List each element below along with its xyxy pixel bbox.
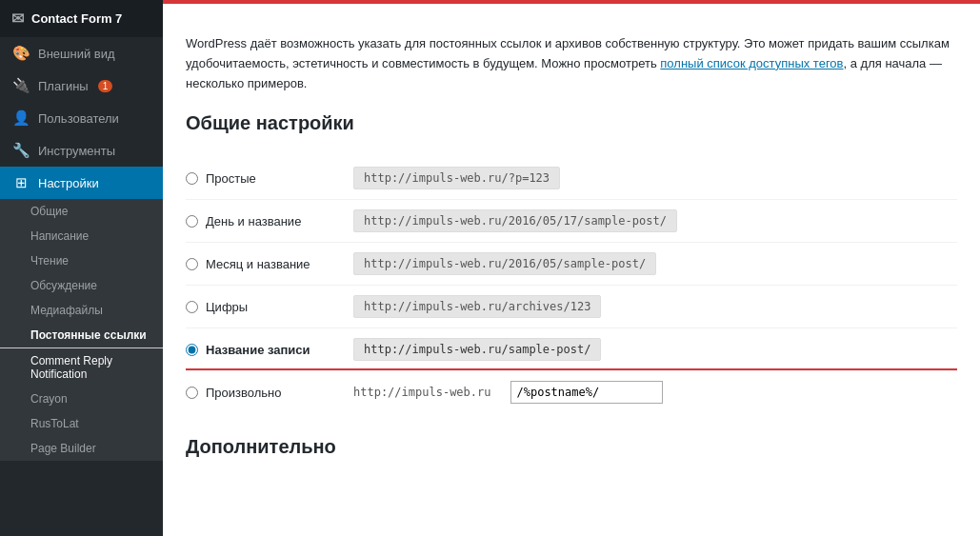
permalink-radio-day-name[interactable] xyxy=(186,215,198,228)
sidebar-item-plugins[interactable]: 🔌Плагины1 xyxy=(0,69,163,102)
main-content: WordPress даёт возможность указать для п… xyxy=(163,0,980,536)
plugins-icon: 🔌 xyxy=(11,77,30,94)
permalink-label-month-name[interactable]: Месяц и название xyxy=(186,257,338,271)
custom-permalink-label[interactable]: Произвольно xyxy=(186,386,338,400)
permalink-label-simple[interactable]: Простые xyxy=(186,171,338,186)
permalink-url-postname: http://impuls-web.ru/sample-post/ xyxy=(353,338,601,361)
sidebar-app-title: Contact Form 7 xyxy=(31,11,122,26)
intro-paragraph: WordPress даёт возможность указать для п… xyxy=(186,34,957,93)
sidebar-submenu-item-media[interactable]: Медиафайлы xyxy=(0,298,163,323)
permalink-options-list: Простыеhttp://impuls-web.ru/?p=123День и… xyxy=(186,157,957,371)
sidebar-menu: 🎨Внешний вид🔌Плагины1👤Пользователи🔧Инстр… xyxy=(0,37,163,461)
permalink-label-text-month-name: Месяц и название xyxy=(206,257,310,271)
sidebar-item-tools[interactable]: 🔧Инструменты xyxy=(0,134,163,167)
permalink-row-numeric: Цифрыhttp://impuls-web.ru/archives/123 xyxy=(186,286,957,328)
permalink-label-postname[interactable]: Название записи xyxy=(186,343,338,357)
permalink-label-text-simple: Простые xyxy=(206,171,256,186)
sidebar-submenu-item-general[interactable]: Общие xyxy=(0,199,163,224)
sidebar-header: ✉ Contact Form 7 xyxy=(0,0,163,37)
custom-permalink-row: Произвольно http://impuls-web.ru xyxy=(186,371,957,413)
sidebar-item-users[interactable]: 👤Пользователи xyxy=(0,102,163,134)
permalink-label-day-name[interactable]: День и название xyxy=(186,214,338,228)
section-title-general: Общие настройки xyxy=(186,112,957,138)
sidebar-submenu-item-writing[interactable]: Написание xyxy=(0,224,163,248)
sidebar-submenu-item-crayon[interactable]: Crayon xyxy=(0,387,163,411)
permalink-url-month-name: http://impuls-web.ru/2016/05/sample-post… xyxy=(353,252,656,275)
permalink-radio-postname[interactable] xyxy=(186,344,198,356)
intro-link[interactable]: полный список доступных тегов xyxy=(660,56,843,70)
appearance-icon: 🎨 xyxy=(11,45,30,62)
sidebar-label-plugins: Плагины xyxy=(38,79,89,93)
custom-url-input[interactable] xyxy=(510,381,663,404)
settings-icon: ⊞ xyxy=(11,174,30,191)
sidebar-submenu-item-discussion[interactable]: Обсуждение xyxy=(0,273,163,298)
users-icon: 👤 xyxy=(11,109,30,127)
permalink-url-day-name: http://impuls-web.ru/2016/05/17/sample-p… xyxy=(353,209,677,232)
sidebar-submenu-item-pagebuilder[interactable]: Page Builder xyxy=(0,436,163,461)
sidebar-submenu-item-comment-reply[interactable]: Comment Reply Notification xyxy=(0,348,163,387)
sidebar-submenu: ОбщиеНаписаниеЧтениеОбсуждениеМедиафайлы… xyxy=(0,199,163,461)
sidebar-label-tools: Инструменты xyxy=(38,144,115,158)
permalink-row-day-name: День и названиеhttp://impuls-web.ru/2016… xyxy=(186,200,957,243)
permalink-radio-month-name[interactable] xyxy=(186,258,198,270)
permalink-row-postname: Название записиhttp://impuls-web.ru/samp… xyxy=(186,328,957,371)
section-title-additional: Дополнительно xyxy=(186,436,957,458)
sidebar-item-settings[interactable]: ⊞Настройки xyxy=(0,167,163,199)
permalink-row-simple: Простыеhttp://impuls-web.ru/?p=123 xyxy=(186,157,957,200)
permalink-row-month-name: Месяц и названиеhttp://impuls-web.ru/201… xyxy=(186,243,957,286)
contact-form-icon: ✉ xyxy=(11,10,24,28)
permalink-radio-numeric[interactable] xyxy=(186,301,198,313)
permalink-label-text-postname: Название записи xyxy=(206,343,310,357)
badge-plugins: 1 xyxy=(98,80,113,92)
custom-url-static: http://impuls-web.ru xyxy=(353,386,491,399)
permalink-label-text-numeric: Цифры xyxy=(206,300,248,314)
permalink-radio-simple[interactable] xyxy=(186,172,198,185)
sidebar-submenu-item-permalinks[interactable]: Постоянные ссылки xyxy=(0,323,163,348)
sidebar: ✉ Contact Form 7 🎨Внешний вид🔌Плагины1👤П… xyxy=(0,0,163,536)
tools-icon: 🔧 xyxy=(11,142,30,159)
sidebar-submenu-item-rustolat[interactable]: RusToLat xyxy=(0,411,163,436)
sidebar-submenu-item-reading[interactable]: Чтение xyxy=(0,248,163,273)
permalink-label-numeric[interactable]: Цифры xyxy=(186,300,338,314)
custom-permalink-radio[interactable] xyxy=(186,387,198,399)
permalink-label-text-day-name: День и название xyxy=(206,214,301,228)
sidebar-label-users: Пользователи xyxy=(38,111,119,126)
sidebar-label-settings: Настройки xyxy=(38,176,99,190)
permalink-url-numeric: http://impuls-web.ru/archives/123 xyxy=(353,295,601,318)
sidebar-label-appearance: Внешний вид xyxy=(38,47,115,61)
permalink-url-simple: http://impuls-web.ru/?p=123 xyxy=(353,167,560,189)
sidebar-item-appearance[interactable]: 🎨Внешний вид xyxy=(0,37,163,69)
